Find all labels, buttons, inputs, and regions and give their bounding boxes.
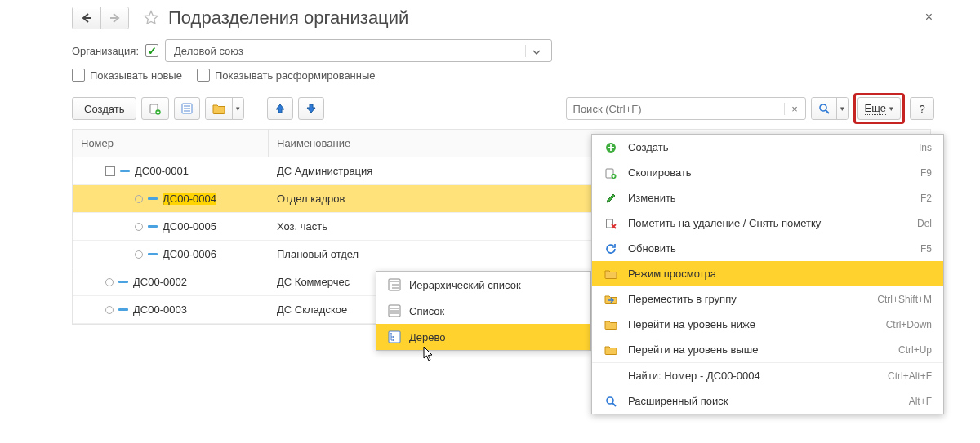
move-down-button[interactable]	[298, 97, 324, 120]
list-tree-icon	[388, 278, 401, 291]
nav-back-button[interactable]	[73, 7, 100, 29]
org-filter-checkbox[interactable]	[145, 44, 158, 57]
more-highlight: Еще ▾	[853, 93, 905, 124]
quick-search-button[interactable]: ▾	[811, 97, 849, 120]
row-radio-icon[interactable]	[135, 250, 143, 259]
show-new-label: Показывать новые	[90, 69, 182, 82]
list-icon	[388, 304, 401, 317]
folder-up-icon	[604, 344, 618, 356]
chevron-down-icon[interactable]	[525, 45, 546, 57]
magnifier-icon	[604, 396, 618, 407]
tree-icon	[388, 330, 401, 343]
page-title: Подразделения организаций	[168, 7, 408, 29]
org-select[interactable]: Деловой союз	[165, 39, 552, 62]
row-marker-icon	[148, 197, 158, 200]
copy-button[interactable]	[141, 97, 169, 120]
show-disbanded-label: Показывать расформированные	[215, 69, 376, 82]
chevron-down-icon: ▾	[836, 98, 848, 119]
clear-search-icon[interactable]: ×	[784, 103, 805, 115]
show-disbanded-checkbox[interactable]: Показывать расформированные	[197, 69, 376, 82]
magnifier-icon	[812, 98, 836, 119]
search-input-wrapper[interactable]: ×	[566, 97, 806, 120]
org-label: Организация:	[72, 45, 139, 57]
favorite-star-icon[interactable]	[142, 9, 160, 27]
menu-mark-delete[interactable]: Пометить на удаление / Снять пометку Del	[592, 210, 943, 236]
plus-icon	[604, 142, 618, 153]
menu-view-mode[interactable]: Режим просмотра	[592, 261, 943, 286]
row-radio-icon[interactable]	[135, 195, 143, 203]
show-new-checkbox[interactable]: Показывать новые	[72, 69, 182, 82]
menu-move-group[interactable]: Переместить в группу Ctrl+Shift+M	[592, 286, 943, 312]
folder-down-icon	[604, 319, 618, 330]
move-up-button[interactable]	[267, 97, 293, 120]
copy-icon	[604, 167, 618, 179]
tree-collapse-icon[interactable]	[105, 166, 115, 176]
row-radio-icon[interactable]	[135, 223, 143, 231]
svg-point-8	[820, 104, 826, 111]
menu-edit[interactable]: Изменить F2	[592, 185, 943, 210]
search-input[interactable]	[567, 103, 784, 115]
col-number[interactable]: Номер	[73, 130, 269, 157]
pencil-icon	[604, 193, 618, 204]
folder-open-icon	[604, 268, 618, 280]
row-marker-icon	[148, 253, 158, 255]
svg-line-27	[612, 403, 616, 406]
submenu-hierarchical[interactable]: Иерархический список	[376, 272, 590, 298]
create-button[interactable]: Создать	[72, 97, 136, 120]
row-marker-icon	[118, 308, 128, 311]
more-button[interactable]: Еще ▾	[858, 97, 901, 120]
org-value: Деловой союз	[174, 45, 525, 57]
svg-point-26	[607, 397, 613, 404]
menu-find[interactable]: Найти: Номер - ДС00-0004 Ctrl+Alt+F	[592, 362, 943, 388]
menu-copy[interactable]: Скопировать F9	[592, 160, 943, 185]
list-view-button[interactable]	[174, 97, 200, 120]
row-radio-icon[interactable]	[105, 306, 114, 314]
svg-line-9	[826, 110, 829, 113]
menu-refresh[interactable]: Обновить F5	[592, 236, 943, 261]
row-radio-icon[interactable]	[105, 278, 114, 286]
row-marker-icon	[148, 225, 158, 228]
row-marker-icon	[120, 170, 130, 172]
refresh-icon	[604, 243, 618, 255]
mark-delete-icon	[604, 218, 618, 229]
row-marker-icon	[118, 281, 128, 283]
submenu-tree[interactable]: Дерево	[376, 324, 590, 350]
menu-create[interactable]: Создать Ins	[592, 135, 943, 160]
help-button[interactable]: ?	[910, 97, 934, 120]
submenu-list[interactable]: Список	[376, 298, 590, 324]
move-group-icon	[604, 294, 618, 305]
menu-adv-search[interactable]: Расширенный поиск Alt+F	[592, 388, 943, 414]
chevron-down-icon: ▾	[232, 98, 243, 119]
menu-level-down[interactable]: Перейти на уровень ниже Ctrl+Down	[592, 312, 943, 337]
menu-level-up[interactable]: Перейти на уровень выше Ctrl+Up	[592, 337, 943, 362]
close-icon[interactable]: ×	[925, 10, 933, 24]
svg-rect-25	[607, 219, 613, 228]
folder-button[interactable]: ▾	[205, 97, 244, 120]
nav-forward-button[interactable]	[100, 7, 128, 29]
view-mode-submenu: Иерархический список Список Дерево	[376, 271, 591, 351]
more-menu: Создать Ins Скопировать F9 Изменить F2 П…	[591, 134, 944, 414]
